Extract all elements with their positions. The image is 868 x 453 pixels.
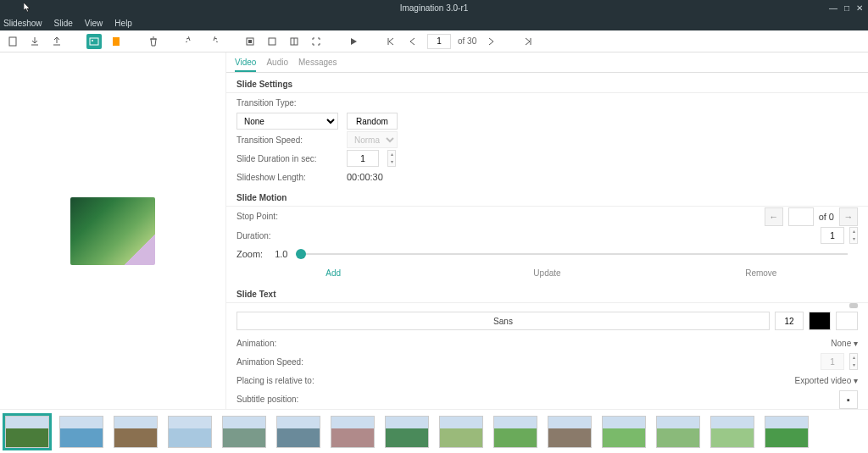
next-icon[interactable] — [483, 34, 498, 49]
motion-update-button[interactable]: Update — [440, 263, 654, 283]
menu-slideshow[interactable]: Slideshow — [3, 19, 42, 28]
thumbnail-11[interactable] — [548, 416, 592, 448]
open-icon[interactable] — [27, 34, 42, 49]
thumbnail-6[interactable] — [276, 416, 320, 448]
page-total: of 30 — [458, 36, 476, 46]
thumbnail-14[interactable] — [710, 416, 754, 448]
add-text-icon[interactable] — [108, 34, 124, 49]
redo-icon[interactable] — [205, 34, 220, 49]
preview-image — [70, 197, 155, 265]
last-icon[interactable] — [520, 34, 536, 49]
thumbnail-8[interactable] — [385, 416, 429, 448]
slide-duration-label: Slide Duration in sec: — [236, 154, 338, 163]
bg-color-box[interactable] — [836, 312, 858, 330]
menu-slide[interactable]: Slide — [54, 19, 73, 28]
menu-help[interactable]: Help — [114, 19, 132, 28]
thumbnail-15[interactable] — [765, 416, 809, 448]
zoom-label: Zoom: — [236, 249, 263, 259]
animation-value[interactable]: None ▾ — [831, 339, 858, 348]
slide-text-header: Slide Text — [226, 283, 868, 303]
placing-value[interactable]: Exported video ▾ — [795, 376, 859, 385]
titlebar: Imagination 3.0-r1 — □ ✕ — [0, 0, 868, 15]
tab-video[interactable]: Video — [235, 58, 256, 72]
thumbnail-3[interactable] — [114, 416, 158, 448]
svg-rect-3 — [113, 37, 120, 46]
close-button[interactable]: ✕ — [856, 3, 863, 13]
preview-pane — [0, 52, 225, 409]
animation-speed-input[interactable] — [821, 353, 844, 370]
duration-spinner[interactable]: ▴▾ — [387, 150, 396, 167]
grid2-icon[interactable] — [264, 34, 280, 49]
stop-point-value — [788, 207, 814, 226]
app-title: Imagination 3.0-r1 — [400, 3, 469, 13]
placing-label: Placing is relative to: — [236, 376, 355, 385]
thumbnail-1[interactable] — [5, 416, 49, 448]
zoom-slider[interactable] — [296, 253, 848, 255]
motion-duration-spinner[interactable]: ▴▾ — [849, 227, 858, 244]
svg-rect-0 — [9, 37, 16, 46]
transition-type-select[interactable]: None — [236, 113, 338, 130]
subtitle-position-button[interactable]: ▪ — [839, 390, 858, 409]
animation-label: Animation: — [236, 339, 338, 348]
page-input[interactable] — [427, 34, 451, 49]
animation-speed-label: Animation Speed: — [236, 357, 338, 367]
menubar: Slideshow Slide View Help — [0, 15, 868, 30]
transition-speed-select[interactable]: Normal — [347, 131, 398, 148]
tab-messages[interactable]: Messages — [298, 58, 337, 72]
thumbnail-7[interactable] — [331, 416, 375, 448]
thumbnail-2[interactable] — [59, 416, 103, 448]
fullscreen-icon[interactable] — [309, 34, 324, 49]
thumbnail-13[interactable] — [656, 416, 700, 448]
subtitle-position-label: Subtitle position: — [236, 395, 338, 404]
svg-rect-1 — [90, 38, 98, 45]
slide-motion-header: Slide Motion — [226, 186, 868, 207]
first-icon[interactable] — [383, 34, 398, 49]
thumbnail-5[interactable] — [222, 416, 266, 448]
thumbnail-strip — [0, 409, 868, 453]
save-icon[interactable] — [49, 34, 64, 49]
svg-rect-6 — [269, 38, 275, 45]
svg-rect-5 — [248, 40, 252, 43]
toolbar: of 30 — [0, 30, 868, 52]
play-icon[interactable] — [346, 34, 361, 49]
add-image-icon[interactable] — [86, 34, 102, 49]
tab-audio[interactable]: Audio — [266, 58, 288, 72]
undo-icon[interactable] — [183, 34, 198, 49]
properties-panel: Video Audio Messages Slide Settings Tran… — [225, 52, 868, 409]
motion-duration-label: Duration: — [236, 231, 338, 240]
stop-prev-button[interactable]: ← — [765, 207, 783, 226]
stop-next-button[interactable]: → — [839, 207, 858, 226]
slideshow-length-value: 00:00:30 — [347, 172, 383, 182]
random-button[interactable]: Random — [347, 113, 398, 130]
transition-speed-label: Transition Speed: — [236, 135, 338, 145]
stop-point-of: of 0 — [819, 212, 834, 222]
text-color-box[interactable] — [809, 312, 831, 330]
slideshow-length-label: Slideshow Length: — [236, 173, 338, 182]
grid3-icon[interactable] — [287, 34, 302, 49]
animation-speed-spinner[interactable]: ▴▾ — [849, 353, 858, 370]
slide-settings-header: Slide Settings — [226, 73, 868, 93]
delete-icon[interactable] — [146, 34, 161, 49]
font-select[interactable]: Sans — [236, 312, 770, 330]
slide-duration-input[interactable] — [347, 150, 379, 167]
thumbnail-4[interactable] — [168, 416, 212, 448]
transition-type-label: Transition Type: — [236, 98, 338, 108]
font-size-input[interactable] — [775, 312, 804, 330]
thumbnail-9[interactable] — [439, 416, 483, 448]
motion-duration-input[interactable] — [821, 227, 844, 244]
thumbnail-10[interactable] — [493, 416, 537, 448]
prev-icon[interactable] — [405, 34, 420, 49]
stop-point-label: Stop Point: — [236, 212, 338, 221]
motion-add-button[interactable]: Add — [226, 263, 440, 283]
zoom-value: 1.0 — [275, 249, 287, 259]
menu-view[interactable]: View — [85, 19, 103, 28]
thumbnail-12[interactable] — [602, 416, 646, 448]
minimize-button[interactable]: — — [829, 3, 837, 13]
maximize-button[interactable]: □ — [844, 3, 849, 13]
svg-point-2 — [92, 40, 93, 41]
grid1-icon[interactable] — [242, 34, 258, 49]
new-icon[interactable] — [5, 34, 20, 49]
cursor-icon — [24, 3, 32, 13]
motion-remove-button[interactable]: Remove — [654, 263, 868, 283]
